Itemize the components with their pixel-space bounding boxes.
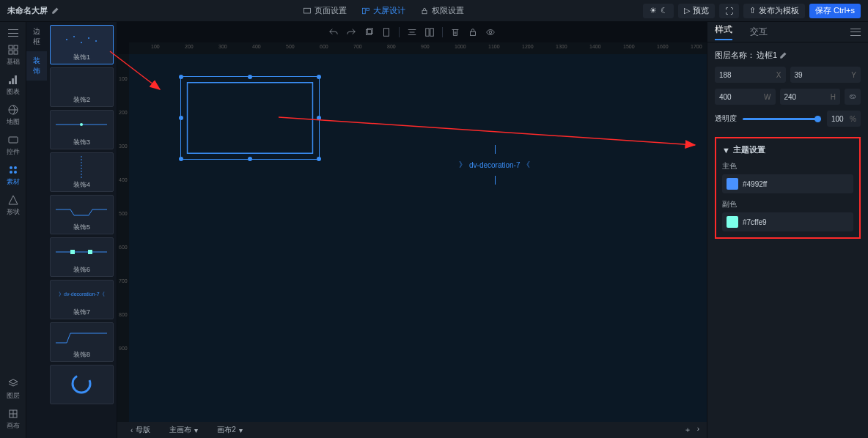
tab-page-settings[interactable]: 页面设置 [303, 5, 347, 16]
ruler-vertical: 100200300400500600700800900 [117, 54, 129, 422]
lock-ratio-button[interactable] [845, 89, 861, 105]
design-icon [361, 7, 370, 15]
link-icon [848, 92, 857, 101]
save-button[interactable]: 保存 Ctrl+s [809, 4, 861, 18]
sub-color-field[interactable]: #7cffe9 [722, 212, 853, 231]
copy-icon[interactable] [364, 27, 374, 37]
thumb-deco2[interactable]: 装饰2 [50, 67, 114, 107]
theme-toggle-button[interactable]: ☀☾ [643, 4, 674, 18]
svg-point-32 [73, 375, 90, 393]
h-field[interactable]: 240H [780, 89, 841, 105]
w-field[interactable]: 400W [715, 89, 776, 105]
nav-chart[interactable]: 图表 [0, 71, 26, 100]
deco4-preview-icon [78, 156, 85, 178]
x-field[interactable]: 188X [715, 67, 786, 83]
sub-color-swatch [727, 216, 738, 228]
thumb-deco1[interactable]: 装饰1 [50, 25, 114, 64]
topbar: 未命名大屏 页面设置 大屏设计 权限设置 ☀☾ ▷预览 ⛶ ⇧发布为模板 保存 … [0, 0, 868, 22]
thumb-label: 装饰4 [73, 180, 90, 190]
hamburger-icon [8, 29, 18, 37]
publish-template-button[interactable]: ⇧发布为模板 [743, 4, 805, 18]
edit-icon[interactable] [51, 7, 59, 15]
redo-icon[interactable] [346, 27, 356, 37]
collapse-right-button[interactable] [850, 29, 861, 36]
nav-layer[interactable]: 图层 [0, 375, 26, 404]
footer-tab-main[interactable]: 主画布▾ [163, 425, 204, 435]
svg-rect-35 [384, 29, 389, 37]
thumb-deco3[interactable]: 装饰3 [50, 110, 114, 149]
y-field[interactable]: 39Y [790, 67, 861, 83]
add-canvas-button[interactable]: ＋ [684, 425, 691, 435]
opacity-slider[interactable] [743, 118, 821, 120]
preview-button[interactable]: ▷预览 [678, 4, 715, 18]
element-decoration7[interactable]: 》 dv-decoration-7 《 [459, 160, 530, 170]
thumb-deco4[interactable]: 装饰4 [50, 152, 114, 192]
delete-icon[interactable] [450, 27, 460, 37]
resize-handle-br[interactable] [317, 157, 321, 161]
inspector: 样式 交互 图层名称： 边框1 188X 39Y 400W 240H 透明度 [707, 22, 868, 438]
theme-header[interactable]: ▼主题设置 [722, 144, 853, 155]
thumb-deco5[interactable]: 装饰5 [50, 195, 114, 234]
selected-element-border1[interactable] [180, 76, 320, 160]
nav-label: 素材 [7, 177, 20, 187]
canvas-area: 1002003004005006007008009001000110012001… [117, 22, 707, 438]
nav-label: 画布 [7, 421, 20, 431]
main-color-field[interactable]: #4992ff [722, 174, 853, 193]
hamburger-icon [850, 29, 861, 36]
tab-label: 权限设置 [432, 5, 464, 16]
asset-tab-decoration[interactable]: 装饰 [26, 51, 47, 81]
undo-icon[interactable] [328, 27, 339, 37]
svg-point-25 [95, 40, 97, 42]
opacity-value-box[interactable]: 100% [827, 111, 861, 127]
tab-screen-design[interactable]: 大屏设计 [361, 5, 405, 16]
insp-tab-interaction[interactable]: 交互 [750, 26, 768, 38]
resize-handle-ml[interactable] [179, 116, 183, 120]
distribute-icon[interactable] [424, 27, 435, 37]
align-icon[interactable] [407, 27, 417, 37]
collapse-left-button[interactable] [0, 26, 26, 40]
thumb-deco8[interactable]: 装饰8 [50, 322, 114, 362]
thumb-deco9[interactable] [50, 365, 114, 404]
deco-bar [495, 145, 496, 154]
tab-permission[interactable]: 权限设置 [420, 5, 464, 16]
resize-handle-tm[interactable] [248, 75, 252, 79]
svg-point-14 [14, 166, 17, 169]
nav-canvas[interactable]: 画布 [0, 405, 26, 434]
map-icon [7, 104, 19, 116]
resize-handle-bl[interactable] [179, 157, 183, 161]
border-frame-icon [181, 77, 319, 159]
resize-handle-tl[interactable] [179, 75, 183, 79]
visibility-icon[interactable] [485, 27, 496, 37]
thumb-label: 装饰7 [73, 308, 90, 317]
nav-map[interactable]: 地图 [0, 101, 26, 130]
slider-thumb[interactable] [814, 116, 821, 122]
thumb-deco6[interactable]: 装饰6 [50, 237, 114, 277]
resize-handle-bm[interactable] [248, 157, 252, 161]
ftab-label: 主画布 [169, 425, 191, 435]
thumb-deco7[interactable]: 》dv-decoration-7《装饰7 [50, 280, 114, 319]
caret-down-icon: ▼ [722, 146, 730, 155]
sub-color-label: 副色 [722, 199, 853, 209]
artboard[interactable]: 》 dv-decoration-7 《 [129, 54, 707, 422]
opacity-label: 透明度 [715, 114, 737, 124]
title-area: 未命名大屏 [7, 5, 125, 16]
resize-handle-mr[interactable] [317, 116, 321, 120]
deco5-preview-icon [56, 202, 107, 217]
separator [442, 27, 443, 37]
footer-tab-master[interactable]: ‹母版 [125, 425, 156, 435]
sub-color-hex: #7cffe9 [743, 218, 767, 226]
resize-handle-tr[interactable] [317, 75, 321, 79]
chevron-right-icon[interactable]: › [697, 425, 699, 435]
paste-icon[interactable] [381, 27, 391, 37]
nav-asset[interactable]: 素材 [0, 161, 26, 190]
footer-tab-canvas2[interactable]: 画布2▾ [211, 425, 249, 435]
nav-basic[interactable]: 基础 [0, 41, 26, 70]
nav-shape[interactable]: 形状 [0, 191, 26, 220]
edit-icon[interactable] [779, 51, 787, 60]
lock-icon[interactable] [468, 27, 478, 37]
fullscreen-button[interactable]: ⛶ [719, 4, 739, 18]
insp-tab-style[interactable]: 样式 [715, 23, 732, 40]
asset-tab-border[interactable]: 边框 [26, 22, 47, 51]
thumb-label: 装饰2 [73, 95, 90, 105]
nav-ctrl[interactable]: 控件 [0, 131, 26, 160]
